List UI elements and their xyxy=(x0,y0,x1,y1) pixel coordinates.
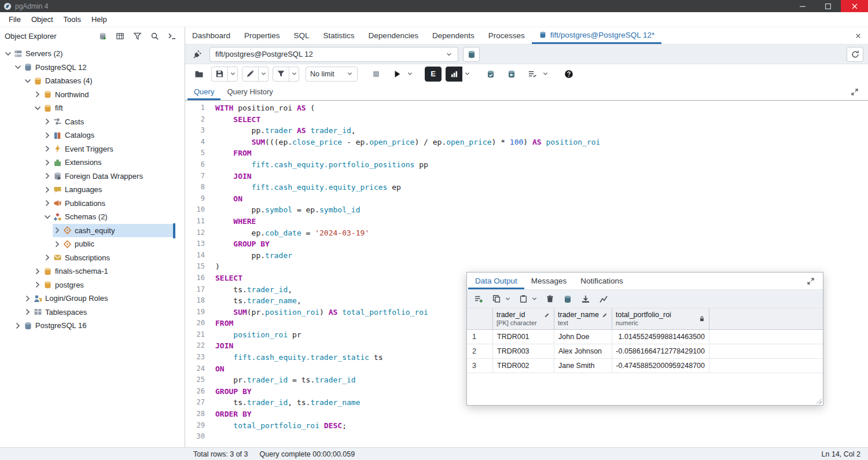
editor-line[interactable]: 15) xyxy=(185,261,868,273)
chevron-right-icon[interactable] xyxy=(43,185,52,194)
tree-item-event-triggers[interactable]: Event Triggers xyxy=(43,142,175,156)
minimize-button[interactable] xyxy=(790,0,815,12)
tab-data-output[interactable]: Data Output xyxy=(468,273,524,289)
chevron-right-icon[interactable] xyxy=(33,280,42,289)
cell[interactable]: -0.05861664712778429100 xyxy=(612,344,709,358)
close-tab-button[interactable] xyxy=(848,27,868,44)
expand-results-button[interactable] xyxy=(803,274,818,289)
cell[interactable]: 1.01455245998814463500 xyxy=(612,330,709,344)
tree-item-northwind[interactable]: Northwind xyxy=(33,88,175,102)
tree-item-tablespaces[interactable]: Tablespaces xyxy=(23,306,175,319)
menu-object[interactable]: Object xyxy=(26,15,58,24)
editor-line[interactable]: 3 pp.trader AS trader_id, xyxy=(185,125,868,137)
editor-line[interactable]: 7 JOIN xyxy=(185,171,868,182)
tree-item-cash-equity[interactable]: cash_equity xyxy=(53,224,175,238)
cell[interactable]: TRDR002 xyxy=(493,359,554,373)
tree-item-public[interactable]: public xyxy=(53,237,175,251)
table-row[interactable]: 2TRDR003Alex Johnson-0.05861664712778429… xyxy=(467,344,823,359)
chevron-down-icon[interactable] xyxy=(3,49,13,58)
expand-editor-button[interactable] xyxy=(847,84,862,100)
macros-menu-button[interactable] xyxy=(540,67,550,82)
editor-line[interactable]: 28ORDER BY xyxy=(185,409,868,420)
cell[interactable]: TRDR001 xyxy=(493,330,554,344)
cell[interactable]: Jane Smith xyxy=(554,359,612,373)
tree-item-fift[interactable]: fift xyxy=(33,101,175,115)
editor-line[interactable]: 4 SUM(((ep.close_price - ep.open_price) … xyxy=(185,137,868,148)
execute-menu-button[interactable] xyxy=(405,67,415,82)
add-server-button[interactable] xyxy=(95,30,109,43)
refresh-layout-button[interactable] xyxy=(847,47,863,62)
chevron-down-icon[interactable] xyxy=(23,76,32,86)
row-number[interactable]: 3 xyxy=(467,359,493,373)
cell[interactable]: Alex Johnson xyxy=(554,344,612,358)
editor-line[interactable]: 30 xyxy=(185,431,868,443)
tab-statistics[interactable]: Statistics xyxy=(317,27,362,44)
editor-line[interactable]: 11 WHERE xyxy=(185,216,868,227)
chevron-right-icon[interactable] xyxy=(43,253,52,262)
chevron-down-icon[interactable] xyxy=(13,62,23,72)
tree-item-extensions[interactable]: Extensions xyxy=(43,156,175,170)
cell[interactable]: John Doe xyxy=(554,330,612,344)
connection-status-button[interactable] xyxy=(190,47,205,62)
table-row[interactable]: 3TRDR002Jane Smith-0.4745885200095924870… xyxy=(467,359,823,373)
cell[interactable]: -0.47458852000959248700 xyxy=(612,359,709,373)
menu-tools[interactable]: Tools xyxy=(58,15,86,24)
tree-item-postgres[interactable]: postgres xyxy=(33,278,175,292)
column-header-total-portfolio-roi[interactable]: total_portfolio_roinumeric xyxy=(612,308,709,329)
edit-button[interactable] xyxy=(242,67,259,82)
column-header-trader-name[interactable]: trader_nametext xyxy=(554,308,612,329)
editor-line[interactable]: 29 total_portfolio_roi DESC; xyxy=(185,420,868,432)
rollback-button[interactable] xyxy=(503,67,520,82)
row-limit-select[interactable]: No limit xyxy=(306,67,358,82)
chevron-right-icon[interactable] xyxy=(53,240,62,249)
tab-dependencies[interactable]: Dependencies xyxy=(362,27,425,44)
tab-processes[interactable]: Processes xyxy=(481,27,532,44)
tree-item-casts[interactable]: Casts xyxy=(43,115,175,129)
help-button[interactable] xyxy=(560,67,577,82)
new-connection-button[interactable] xyxy=(463,47,480,62)
maximize-button[interactable] xyxy=(815,0,841,12)
save-file-button[interactable] xyxy=(211,67,228,82)
menu-help[interactable]: Help xyxy=(86,15,112,24)
editor-line[interactable]: 12 ep.cob_date = '2024-03-19' xyxy=(185,227,868,239)
cancel-query-button[interactable] xyxy=(367,67,384,82)
tab-query-history[interactable]: Query History xyxy=(220,83,279,100)
tree-item-postgresql-16[interactable]: PostgreSQL 16 xyxy=(13,319,175,333)
tree-item-login-group-roles[interactable]: Login/Group Roles xyxy=(23,292,175,306)
chevron-right-icon[interactable] xyxy=(43,198,52,208)
row-number[interactable]: 1 xyxy=(467,330,493,344)
edit-menu-button[interactable] xyxy=(259,67,269,82)
tab-properties[interactable]: Properties xyxy=(237,27,287,44)
editor-line[interactable]: 8 fift.cash_equity.equity_prices ep xyxy=(185,182,868,193)
chevron-right-icon[interactable] xyxy=(43,158,52,167)
tree-item-languages[interactable]: Languages xyxy=(43,183,175,197)
edit-column-icon[interactable] xyxy=(602,312,608,318)
tree-item-schemas-2[interactable]: Schemas (2) xyxy=(43,210,175,224)
chevron-down-icon[interactable] xyxy=(33,104,42,113)
paste-button[interactable] xyxy=(517,293,529,306)
psql-tool-button[interactable] xyxy=(165,30,179,43)
tree-item-subscriptions[interactable]: Subscriptions xyxy=(43,251,175,265)
chevron-down-icon[interactable] xyxy=(43,212,52,222)
commit-button[interactable] xyxy=(482,67,499,82)
explain-analyze-button[interactable] xyxy=(446,67,462,82)
tab-sql[interactable]: SQL xyxy=(287,27,317,44)
editor-line[interactable]: 13 GROUP BY xyxy=(185,238,868,250)
tree-item-finals-schema-1[interactable]: finals-schema-1 xyxy=(33,264,175,278)
paste-menu-button[interactable] xyxy=(531,293,538,306)
add-row-button[interactable] xyxy=(472,293,485,306)
table-row[interactable]: 1TRDR001John Doe1.01455245998814463500 xyxy=(467,330,823,344)
chevron-right-icon[interactable] xyxy=(23,307,32,317)
copy-button[interactable] xyxy=(490,293,503,306)
editor-line[interactable]: 10 pp.symbol = ep.symbol_id xyxy=(185,204,868,216)
chevron-right-icon[interactable] xyxy=(43,117,52,126)
menu-file[interactable]: File xyxy=(3,15,26,24)
edit-column-icon[interactable] xyxy=(544,312,550,318)
chevron-right-icon[interactable] xyxy=(53,226,62,235)
resize-handle[interactable] xyxy=(815,398,822,404)
cell[interactable]: TRDR003 xyxy=(493,344,554,358)
open-file-button[interactable] xyxy=(190,67,207,82)
tree-item-foreign-data-wrappers[interactable]: Foreign Data Wrappers xyxy=(43,170,175,183)
tab-dependents[interactable]: Dependents xyxy=(425,27,481,44)
editor-line[interactable]: 5 FROM xyxy=(185,148,868,159)
